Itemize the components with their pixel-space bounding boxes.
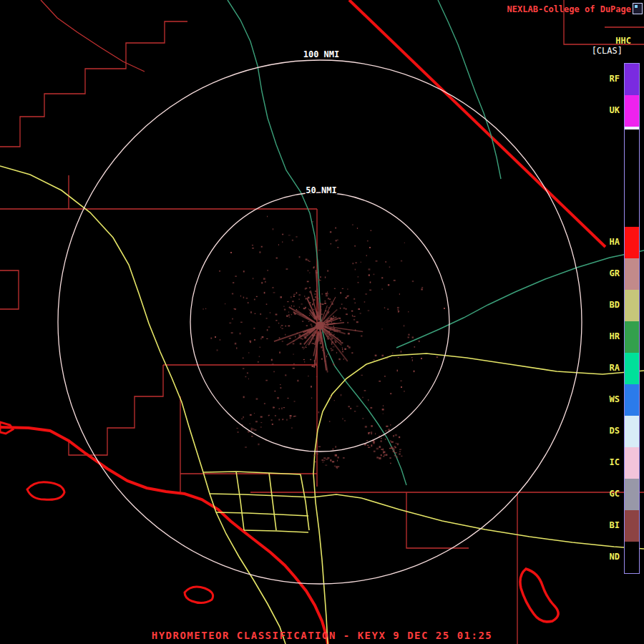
legend-swatch-IC (625, 447, 639, 479)
legend-label-RA: RA (602, 363, 620, 373)
legend-label-WS: WS (602, 394, 620, 404)
product-code-label: HHC (615, 36, 631, 46)
radar-screen: 50 NMI 100 NMI NEXLAB-College of DuPage … (0, 0, 644, 644)
radar-echoes (193, 216, 446, 469)
legend-swatch-DS (625, 416, 639, 447)
legend-gap (625, 130, 639, 227)
legend-label-BI: BI (602, 520, 620, 530)
legend-swatch-RF (625, 64, 639, 95)
legend-swatch-HR (625, 321, 639, 353)
legend-label-ND: ND (602, 552, 620, 562)
logo-icon (633, 3, 643, 14)
legend-label-HA: HA (602, 237, 620, 247)
legend-swatch-UK (625, 95, 639, 127)
highway-lines (0, 166, 644, 644)
legend-swatch-WS (625, 384, 639, 416)
legend-swatch-ND (625, 542, 639, 573)
legend-label-HR: HR (602, 331, 620, 341)
legend-label-RF: RF (602, 74, 620, 84)
legend-label-GR: GR (602, 268, 620, 278)
legend-swatch-HA (625, 227, 639, 258)
page-title: NEXLAB-College of DuPage (507, 4, 631, 14)
legend-swatch-GR (625, 258, 639, 290)
legend-swatch-RA (625, 353, 639, 384)
legend-swatch-BI (625, 510, 639, 542)
legend-label-IC: IC (602, 457, 620, 467)
legend-label-DS: DS (602, 426, 620, 436)
river-lines (228, 0, 644, 485)
radar-map: 50 NMI 100 NMI (0, 0, 644, 644)
legend-swatch-GC (625, 479, 639, 510)
range-ring-50-label: 50 NMI (306, 185, 336, 195)
state-and-coast-lines (0, 0, 605, 644)
legend-swatch-BD (625, 290, 639, 321)
range-ring-100-label: 100 NMI (303, 49, 340, 59)
product-mode-label: [CLAS] (592, 46, 623, 56)
legend-label-GC: GC (602, 489, 620, 499)
legend-label-UK: UK (602, 105, 620, 115)
product-caption: HYDROMETEOR CLASSIFICATION - KEYX 9 DEC … (0, 630, 644, 641)
classification-colorbar (624, 63, 640, 574)
legend-label-BD: BD (602, 300, 620, 310)
